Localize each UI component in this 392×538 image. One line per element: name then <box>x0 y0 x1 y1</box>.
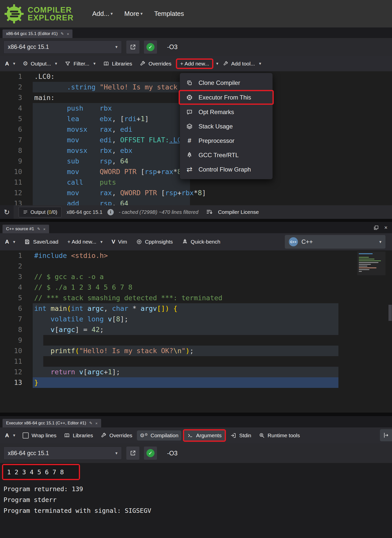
libraries-button[interactable]: Libraries <box>61 430 96 441</box>
cpp-logo-icon: C++ <box>289 237 298 246</box>
rocket-icon <box>182 239 188 245</box>
compiler-license-link[interactable]: Compiler License <box>218 209 259 215</box>
wrap-lines-checkbox[interactable]: Wrap lines <box>20 430 59 441</box>
scrollbar-thumb[interactable] <box>388 305 392 321</box>
language-select[interactable]: C++ C++ ▾ <box>285 235 385 249</box>
compiler-options-field[interactable]: -O3 <box>167 43 178 51</box>
compiler-select[interactable]: x86-64 gcc 15.1 ▾ <box>4 41 122 54</box>
tab-executor[interactable]: Executor x86-64 gcc 15.1 (C++, Editor #1… <box>3 419 101 427</box>
save-load-button[interactable]: Save/Load <box>21 237 61 247</box>
code-line: 10 printf("Hello! Is my stack OK?\n"); <box>0 346 392 356</box>
line-number: 4 <box>0 103 22 114</box>
menu-more[interactable]: More▾ <box>124 10 143 18</box>
stdin-icon <box>230 432 237 439</box>
font-size-button[interactable]: A▾ <box>2 237 18 247</box>
menu-add[interactable]: Add...▾ <box>92 10 113 18</box>
menu-item-control-flow-graph[interactable]: ⇄ Control Flow Graph <box>180 162 272 177</box>
line-number: 9 <box>0 335 22 346</box>
close-icon[interactable]: × <box>43 227 46 231</box>
rename-icon[interactable]: ✎ <box>61 31 64 36</box>
executor-options-field[interactable]: -O3 <box>167 450 178 457</box>
line-number: 13 <box>0 377 22 388</box>
menu-item-gcc-tree-rtl[interactable]: GCC Tree/RTL <box>180 148 272 162</box>
minimap[interactable] <box>357 252 385 275</box>
logo-line2: EXPLORER <box>28 14 74 22</box>
executor-compiler-select[interactable]: x86-64 gcc 15.1 ▾ <box>4 447 122 460</box>
logo-line1: COMPILER <box>28 6 74 14</box>
add-new-button[interactable]: + Add new...▾ <box>64 237 106 247</box>
tab-source[interactable]: C++ source #1 ✎ × <box>3 225 49 233</box>
stdin-button[interactable]: Stdin <box>227 430 254 441</box>
overrides-button[interactable]: Overrides <box>98 430 135 441</box>
filter-button[interactable]: Filter...▾ <box>62 59 99 69</box>
chevron-down-icon: ▾ <box>13 61 15 66</box>
line-text: int main(int argc, char * argv[]) { <box>34 303 177 314</box>
add-new-button[interactable]: + Add new... <box>177 60 212 68</box>
tree-icon <box>185 152 193 158</box>
runtime-tools-button[interactable]: Runtime tools <box>256 430 303 441</box>
line-text: // *** stack smashing detected ***: term… <box>34 293 222 303</box>
line-number: 8 <box>0 324 22 335</box>
line-number: 9 <box>0 156 22 166</box>
compile-status-button[interactable]: ✓ <box>144 447 157 460</box>
chevron-down-icon: ▾ <box>55 61 57 66</box>
line-number: 5 <box>0 114 22 124</box>
menu-item-executor-from-this[interactable]: Executor From This <box>180 91 272 104</box>
compile-status-button[interactable]: ✓ <box>144 41 157 54</box>
code-line: 12 mov rax, QWORD PTR [rsp+rbx*8] <box>0 188 392 198</box>
pane-divider[interactable] <box>0 219 392 222</box>
arguments-input[interactable]: 1 2 3 4 5 6 7 8 <box>3 465 79 479</box>
assembly-editor[interactable]: 1.LC0:2 .string "Hello! Is my stack OK?"… <box>0 71 392 205</box>
chevron-down-icon: ▾ <box>115 44 117 50</box>
close-icon[interactable]: × <box>384 224 387 231</box>
app-logo[interactable]: COMPILER EXPLORER <box>4 4 74 24</box>
code-line: 12 return v[argc+1]; <box>0 367 392 377</box>
add-tool-button[interactable]: Add tool...▾ <box>220 59 264 69</box>
output-options-button[interactable]: ⚙Output...▾ <box>20 58 60 69</box>
info-icon[interactable]: i <box>107 209 114 215</box>
menu-templates[interactable]: Templates <box>154 10 184 18</box>
open-in-new-button[interactable] <box>126 447 139 460</box>
rename-icon[interactable]: ✎ <box>37 227 41 231</box>
menu-item-stack-usage[interactable]: Stack Usage <box>180 119 272 133</box>
rename-icon[interactable]: ✎ <box>89 421 92 425</box>
pane-divider[interactable] <box>0 413 392 416</box>
menu-item-preprocessor[interactable]: # Preprocessor <box>180 133 272 148</box>
open-output-pane-button[interactable] <box>380 429 392 441</box>
menu-item-opt-remarks[interactable]: Opt Remarks <box>180 105 272 119</box>
restore-window-icon[interactable] <box>374 225 379 230</box>
font-size-button[interactable]: A▾ <box>2 430 18 441</box>
tab-compiler[interactable]: x86-64 gcc 15.1 (Editor #1) ✎ × <box>3 29 72 38</box>
executor-toolbar: A▾ Wrap lines Libraries Overrides ⚙⚙Comp… <box>0 427 392 443</box>
cppinsights-button[interactable]: CppInsights <box>133 237 176 247</box>
font-size-button[interactable]: A▾ <box>2 58 18 69</box>
line-number: 1 <box>0 250 22 261</box>
close-icon[interactable]: × <box>67 32 69 36</box>
chevron-down-icon: ▾ <box>115 451 117 456</box>
libraries-button[interactable]: Libraries <box>100 59 135 69</box>
line-highlight <box>33 335 43 346</box>
sort-lines-icon[interactable] <box>206 209 213 216</box>
line-text: add rsp, 64 <box>34 198 128 205</box>
overrides-button[interactable]: Overrides <box>137 59 174 69</box>
quick-bench-button[interactable]: Quick-bench <box>179 237 223 247</box>
line-number: 7 <box>0 135 22 145</box>
recompile-button[interactable]: ↻ <box>0 205 14 219</box>
source-editor[interactable]: 1#include <stdio.h>23// $ gcc a.c -o a4/… <box>0 250 392 413</box>
output-line-stderr: Program stderr <box>4 494 388 505</box>
chevron-down-icon: ▾ <box>379 239 381 245</box>
code-line: 13} <box>0 377 392 388</box>
cppinsights-icon <box>136 239 142 245</box>
chevron-down-icon: ▾ <box>100 239 103 245</box>
close-icon[interactable]: × <box>95 421 98 425</box>
compilation-button[interactable]: ⚙⚙Compilation <box>137 430 181 441</box>
copy-icon <box>185 80 193 86</box>
open-in-new-button[interactable] <box>126 41 139 54</box>
output-button[interactable]: Output (0/0) <box>19 207 62 217</box>
menu-item-clone-compiler[interactable]: Clone Compiler <box>180 76 272 90</box>
line-text: } <box>34 377 38 388</box>
vim-toggle-button[interactable]: VVim <box>108 237 130 247</box>
chip-icon <box>185 94 193 101</box>
arguments-button[interactable]: Arguments <box>184 430 225 441</box>
chevron-down-icon: ▾ <box>259 61 261 66</box>
